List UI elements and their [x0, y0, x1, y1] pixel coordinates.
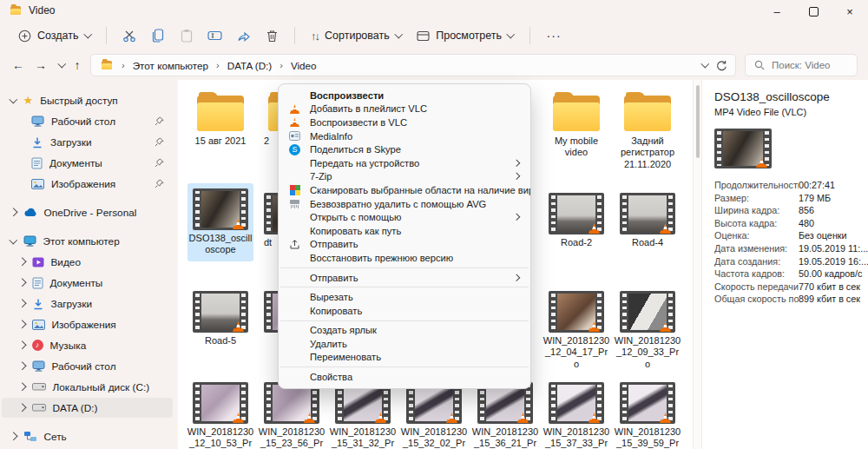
- sidebar-item-music[interactable]: ♪ Музыка: [2, 335, 173, 355]
- property-row: Скорость передачи да...770 кбит в сек: [714, 281, 861, 294]
- menu-item-7zip[interactable]: 7-Zip: [279, 170, 530, 184]
- video-tile[interactable]: Road-4: [613, 193, 682, 248]
- search-input[interactable]: Поиск: Video: [745, 54, 858, 76]
- sidebar-item-downloads[interactable]: Загрузки: [2, 132, 173, 152]
- chevron-right-icon[interactable]: [18, 279, 26, 287]
- menu-item-cast-to-device[interactable]: Передать на устройство: [279, 156, 530, 170]
- menu-item-copy[interactable]: Копировать: [279, 304, 530, 318]
- menu-item-avg-scan[interactable]: Сканировать выбранные области на наличие…: [279, 183, 530, 197]
- sidebar-item-desktop-pc[interactable]: Рабочий стол: [2, 356, 173, 376]
- chevron-right-icon[interactable]: [10, 208, 17, 216]
- video-tile[interactable]: WIN_20181230_15_23_56_Pro: [257, 382, 326, 449]
- breadcrumb[interactable]: › Этот компьютер › DATA (D:) › Video: [90, 54, 736, 76]
- chevron-right-icon[interactable]: [18, 320, 26, 328]
- menu-item-cut[interactable]: Вырезать: [279, 290, 530, 304]
- menu-item-create-shortcut[interactable]: Создать ярлык: [279, 324, 530, 338]
- mediainfo-icon: [288, 130, 301, 142]
- maximize-button[interactable]: [795, 0, 832, 23]
- up-button[interactable]: ↑: [66, 54, 89, 76]
- vertical-scrollbar[interactable]: [693, 80, 701, 449]
- folder-tile[interactable]: 15 авг 2021: [186, 87, 255, 147]
- chevron-right-icon[interactable]: [10, 432, 17, 440]
- close-button[interactable]: ×: [832, 0, 868, 23]
- folder-tile[interactable]: Задний регистратор 21.11.2020: [613, 87, 682, 170]
- sidebar-item-documents-pc[interactable]: Документы: [2, 273, 173, 293]
- chevron-right-icon[interactable]: [18, 362, 26, 370]
- sort-icon: ↑↓: [311, 30, 319, 43]
- sidebar-item-local-disk-c[interactable]: Локальный диск (C:): [2, 377, 173, 397]
- menu-item-add-to-vlc-playlist[interactable]: Добавить в плейлист VLC: [279, 102, 530, 116]
- folder-tile[interactable]: My mobile video: [542, 87, 611, 159]
- video-tile[interactable]: WIN_20181230_12_09_33_Pro: [613, 291, 682, 370]
- video-tile[interactable]: Road-5: [186, 291, 255, 347]
- delete-button[interactable]: [258, 30, 286, 43]
- chevron-down-icon[interactable]: [10, 95, 17, 102]
- scrollbar-thumb[interactable]: [696, 85, 700, 158]
- sort-button[interactable]: ↑↓ Сортировать: [303, 25, 409, 47]
- sidebar-item-pictures[interactable]: Изображения: [2, 174, 173, 194]
- video-tile-selected[interactable]: DSO138_oscilloscope: [187, 183, 253, 261]
- sidebar-item-data-d[interactable]: DATA (D:): [2, 398, 173, 418]
- sidebar-item-videos[interactable]: Видео: [2, 252, 173, 272]
- address-dropdown-icon[interactable]: [700, 60, 708, 68]
- forward-button[interactable]: →: [30, 54, 52, 76]
- video-tile[interactable]: WIN_20181230_15_36_21_Pro: [470, 382, 540, 449]
- menu-item-share-skype[interactable]: S Поделиться в Skype: [279, 142, 530, 156]
- chevron-right-icon[interactable]: [18, 341, 26, 349]
- title-bar: Video – ×: [0, 0, 868, 21]
- sidebar-item-documents[interactable]: Документы: [2, 153, 173, 173]
- video-tile[interactable]: WIN_20181230_15_32_02_Pro: [399, 382, 469, 449]
- menu-item-play-in-vlc[interactable]: Воспроизвести в VLC: [279, 116, 530, 129]
- view-button[interactable]: Просмотреть: [409, 25, 521, 46]
- rename-button[interactable]: [201, 30, 229, 42]
- menu-item-rename[interactable]: Переименовать: [279, 351, 530, 365]
- sidebar-item-quick-access[interactable]: ★ Быстрый доступ: [2, 90, 173, 110]
- chevron-right-icon[interactable]: [18, 300, 26, 307]
- video-tile[interactable]: WIN_20181230_15_31_32_Pro: [328, 382, 398, 449]
- new-button[interactable]: Создать: [10, 25, 98, 47]
- video-tile[interactable]: Road-2: [542, 193, 611, 248]
- menu-item-restore-previous[interactable]: Восстановить прежнюю версию: [279, 251, 530, 265]
- chevron-right-icon[interactable]: [18, 404, 26, 412]
- menu-item-delete[interactable]: Удалить: [279, 337, 530, 351]
- details-pane: DSO138_oscilloscope MP4 Video File (VLC)…: [701, 80, 868, 449]
- video-tile[interactable]: WIN_20181230_12_10_53_Pro: [186, 382, 255, 449]
- breadcrumb-drive-d[interactable]: DATA (D:): [227, 60, 273, 71]
- command-bar: Создать ↑↓ Сортировать Просмотреть ···: [0, 21, 868, 50]
- sidebar-item-network[interactable]: Сеть: [2, 426, 173, 446]
- menu-item-share[interactable]: Отправить: [279, 238, 530, 252]
- sidebar-item-downloads-pc[interactable]: Загрузки: [2, 294, 173, 314]
- menu-item-copy-as-path[interactable]: Копировать как путь: [279, 224, 530, 238]
- document-icon: [32, 277, 43, 289]
- chevron-right-icon[interactable]: [18, 258, 26, 266]
- menu-item-play[interactable]: Воспроизвести: [279, 89, 530, 102]
- breadcrumb-this-pc[interactable]: Этот компьютер: [133, 60, 208, 71]
- more-options-button[interactable]: ···: [538, 29, 570, 43]
- chevron-right-icon[interactable]: [18, 383, 26, 391]
- copy-button[interactable]: [143, 29, 172, 43]
- sidebar-item-desktop[interactable]: Рабочий стол: [2, 111, 173, 131]
- navigation-pane: ★ Быстрый доступ Рабочий стол Загрузки Д…: [0, 80, 178, 449]
- sidebar-item-this-pc[interactable]: Этот компьютер: [2, 231, 173, 251]
- video-tile[interactable]: WIN_20181230_15_39_59_Pro: [613, 382, 682, 449]
- chevron-down-icon[interactable]: [10, 235, 17, 243]
- menu-item-avg-shred[interactable]: Безвозвратно удалить с помощью AVG: [279, 197, 530, 211]
- share-button[interactable]: [229, 30, 258, 43]
- breadcrumb-video[interactable]: Video: [291, 60, 317, 71]
- sidebar-item-onedrive[interactable]: OneDrive - Personal: [2, 202, 173, 222]
- back-button[interactable]: ←: [7, 54, 30, 76]
- minimize-button[interactable]: –: [759, 0, 795, 23]
- paste-button[interactable]: [172, 29, 201, 43]
- sidebar-item-pictures-pc[interactable]: Изображения: [2, 314, 173, 334]
- cut-button[interactable]: [115, 30, 143, 43]
- menu-item-send-to[interactable]: Отправить: [279, 271, 530, 285]
- skype-icon: S: [289, 144, 300, 155]
- videos-icon: [32, 257, 44, 267]
- menu-item-properties[interactable]: Свойства: [279, 370, 530, 384]
- property-row: Высота кадра:480: [714, 217, 861, 230]
- menu-item-open-with[interactable]: Открыть с помощью: [279, 210, 530, 224]
- video-tile[interactable]: WIN_20181230_12_04_17_Pro: [542, 291, 611, 370]
- menu-item-mediainfo[interactable]: MediaInfo: [279, 129, 530, 143]
- video-tile[interactable]: WIN_20181230_15_37_33_Pro: [542, 382, 611, 449]
- refresh-button[interactable]: [715, 60, 727, 71]
